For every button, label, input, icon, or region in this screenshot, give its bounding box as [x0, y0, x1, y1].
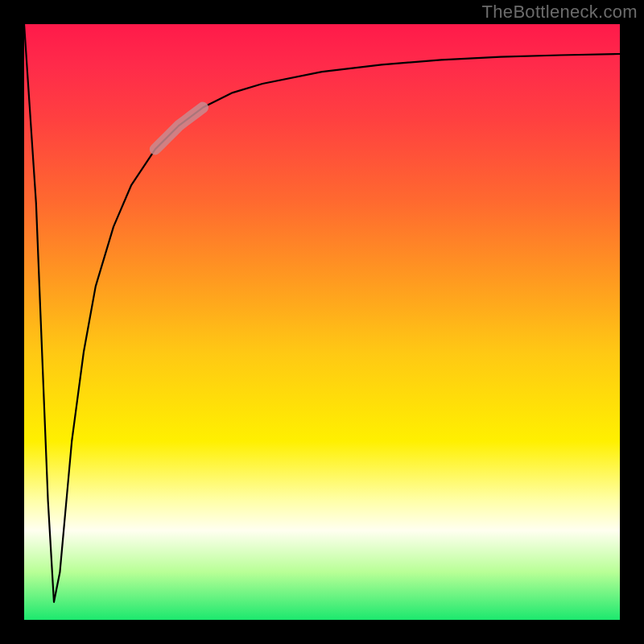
main-curve [24, 24, 620, 602]
chart-frame: TheBottleneck.com [0, 0, 644, 644]
highlight-segment [155, 108, 203, 150]
plot-area [24, 24, 620, 620]
curve-svg [24, 24, 620, 620]
watermark-text: TheBottleneck.com [482, 2, 638, 23]
